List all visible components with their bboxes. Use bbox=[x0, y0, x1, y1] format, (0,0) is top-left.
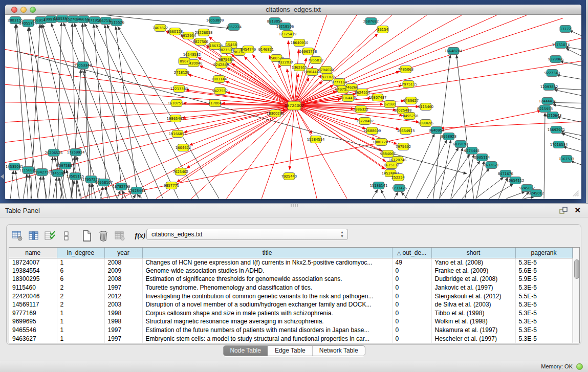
graph-edge[interactable] bbox=[84, 24, 164, 199]
graph-edge[interactable] bbox=[502, 192, 525, 199]
graph-edge[interactable] bbox=[294, 18, 563, 106]
graph-edge[interactable] bbox=[261, 106, 294, 199]
graph-edge[interactable] bbox=[49, 157, 53, 199]
graph-edge[interactable] bbox=[404, 134, 434, 199]
graph-edge[interactable] bbox=[450, 161, 480, 199]
graph-edge[interactable] bbox=[381, 190, 386, 199]
tab-network-table[interactable]: Network Table bbox=[312, 346, 365, 356]
graph-edge[interactable] bbox=[450, 148, 463, 199]
table-settings-icon[interactable] bbox=[11, 229, 24, 243]
memory-status-label: Memory: OK bbox=[541, 363, 573, 369]
row-select-icon[interactable] bbox=[43, 229, 57, 243]
graph-edge[interactable] bbox=[105, 25, 123, 199]
graph-node-label: 12325419 bbox=[279, 32, 297, 36]
graph-edge[interactable] bbox=[100, 187, 103, 199]
graph-node-label: 12093832 bbox=[540, 85, 558, 89]
table-row[interactable]: 969969511998Structural magnetic resonanc… bbox=[9, 317, 572, 326]
sort-ascending-icon: △ bbox=[397, 250, 401, 256]
table-cell: 2008 bbox=[104, 275, 142, 283]
graph-edge[interactable] bbox=[76, 181, 81, 199]
graph-edge[interactable] bbox=[94, 25, 107, 199]
window-titlebar[interactable]: citations_edges.txt bbox=[5, 5, 581, 15]
show-column-icon[interactable] bbox=[27, 229, 40, 243]
graph-edge[interactable] bbox=[426, 148, 459, 199]
graph-edge[interactable] bbox=[566, 49, 581, 57]
table-selector-dropdown[interactable]: citations_edges.txt ▲▼ bbox=[146, 229, 348, 240]
graph-edge[interactable] bbox=[294, 15, 532, 106]
graph-edge[interactable] bbox=[227, 68, 294, 106]
graph-edge[interactable] bbox=[570, 31, 581, 37]
window-minimize-button[interactable] bbox=[20, 7, 27, 13]
window-zoom-button[interactable] bbox=[30, 7, 36, 13]
graph-edge[interactable] bbox=[10, 171, 13, 199]
function-icon[interactable]: f(x) bbox=[134, 229, 147, 243]
table-row[interactable]: 1938455462009Genome-wide association stu… bbox=[9, 267, 572, 275]
table-panel-header[interactable]: Table Panel ✕ bbox=[0, 204, 588, 217]
column-header-year[interactable]: year bbox=[104, 248, 142, 258]
table-row[interactable]: 977716911998Corpus callosum shape and si… bbox=[9, 309, 572, 318]
table-row[interactable]: 911546021997Tourette syndrome. Phenomeno… bbox=[9, 283, 572, 292]
graph-edge[interactable] bbox=[565, 47, 581, 50]
table-row[interactable]: 946554611997Estimation of the future num… bbox=[9, 326, 572, 335]
graph-edge[interactable] bbox=[37, 177, 41, 199]
import-table-icon[interactable] bbox=[113, 229, 126, 243]
column-header-pagerank[interactable]: pagerank bbox=[515, 248, 572, 258]
delete-icon[interactable] bbox=[97, 229, 110, 243]
graph-edge[interactable] bbox=[181, 35, 294, 105]
graph-edge[interactable] bbox=[553, 105, 581, 110]
graph-node-label: 13505115 bbox=[67, 174, 84, 179]
graph-edge[interactable] bbox=[92, 184, 96, 199]
graph-edge[interactable] bbox=[393, 192, 398, 199]
window-close-button[interactable] bbox=[11, 7, 17, 13]
float-window-icon[interactable] bbox=[559, 207, 568, 214]
tab-edge-table[interactable]: Edge Table bbox=[268, 346, 312, 356]
close-icon[interactable]: ✕ bbox=[574, 206, 581, 215]
new-document-icon[interactable] bbox=[80, 229, 94, 243]
graph-edge[interactable] bbox=[5, 67, 294, 106]
network-window[interactable]: citations_edges.txt 18724007746382286601… bbox=[5, 5, 581, 199]
graph-edge[interactable] bbox=[554, 90, 581, 96]
graph-edge[interactable] bbox=[72, 24, 77, 199]
graph-edge[interactable] bbox=[74, 24, 148, 199]
graph-edge[interactable] bbox=[561, 134, 581, 141]
graph-edge[interactable] bbox=[63, 23, 133, 199]
column-header-title[interactable]: title bbox=[142, 248, 392, 258]
network-canvas[interactable]: 1872400774638228660128591295423226058982… bbox=[5, 15, 581, 199]
graph-edge[interactable] bbox=[556, 75, 581, 80]
graph-edge[interactable] bbox=[371, 190, 378, 199]
table-cell: 5.5E-5 bbox=[515, 292, 572, 300]
graph-edge[interactable] bbox=[287, 69, 294, 105]
column-header-name[interactable]: name bbox=[9, 248, 57, 258]
table-row[interactable]: 1456911722003Disruption of a novel membe… bbox=[9, 300, 572, 309]
table-header-row[interactable]: name in_degree year title △out_de... sho… bbox=[9, 248, 572, 258]
table-row[interactable]: 1830029562008Estimation of significance … bbox=[9, 275, 572, 283]
graph-edge[interactable] bbox=[438, 155, 470, 199]
collapse-panel-arrow-icon[interactable] bbox=[1, 174, 4, 179]
graph-edge[interactable] bbox=[294, 15, 358, 106]
tab-node-table[interactable]: Node Table bbox=[223, 346, 268, 356]
graph-edge[interactable] bbox=[132, 195, 136, 199]
column-header-in-degree[interactable]: in_degree bbox=[57, 248, 104, 258]
graph-edge[interactable] bbox=[15, 171, 19, 199]
graph-edge[interactable] bbox=[138, 195, 144, 199]
table-row[interactable]: 1872400712008Changes of HCN gene express… bbox=[9, 258, 572, 267]
graph-edge[interactable] bbox=[116, 27, 138, 199]
graph-edge[interactable] bbox=[473, 178, 504, 199]
divider-icon[interactable] bbox=[60, 229, 73, 243]
table-row[interactable]: 946362711997Embryonic stem cells: a mode… bbox=[9, 334, 572, 343]
table-scrollbar[interactable] bbox=[573, 248, 580, 343]
splitter-grip[interactable] bbox=[291, 204, 298, 207]
graph-edge[interactable] bbox=[43, 177, 47, 199]
graph-edge[interactable] bbox=[294, 38, 581, 106]
graph-node-label: 2803144 bbox=[211, 77, 227, 81]
graph-edge[interactable] bbox=[571, 161, 581, 166]
graph-edge[interactable] bbox=[563, 147, 581, 152]
column-header-short[interactable]: short bbox=[431, 248, 515, 258]
graph-edge[interactable] bbox=[560, 61, 581, 67]
column-header-out-degree[interactable]: △out_de... bbox=[392, 248, 431, 258]
scrollbar-thumb[interactable] bbox=[574, 259, 579, 279]
graph-edge[interactable] bbox=[544, 113, 545, 199]
graph-edge[interactable] bbox=[416, 140, 447, 199]
table-row[interactable]: 2242004622012Investigating the contribut… bbox=[9, 292, 572, 300]
graph-edge[interactable] bbox=[96, 25, 179, 199]
